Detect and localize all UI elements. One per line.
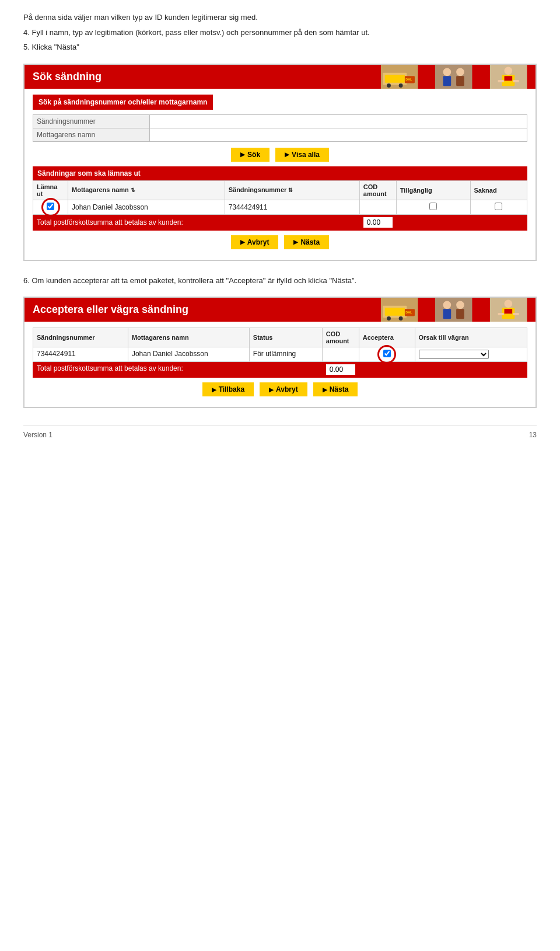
sort-arrows-snr: ⇅ bbox=[288, 188, 293, 194]
visa-alla-button[interactable]: Visa alla bbox=[275, 148, 329, 162]
acceptera-total-empty-1 bbox=[359, 362, 415, 378]
svg-rect-11 bbox=[456, 76, 464, 86]
sok-subheader: Sök på sändningsnummer och/eller mottaga… bbox=[33, 95, 213, 110]
acceptera-photo-1: DHL bbox=[372, 298, 426, 322]
svg-rect-27 bbox=[443, 309, 452, 319]
svg-point-28 bbox=[456, 301, 464, 309]
acceptera-checkbox-wrapper[interactable] bbox=[383, 350, 391, 359]
saknad-checkbox[interactable] bbox=[495, 203, 502, 210]
col-saknad-header: Saknad bbox=[470, 180, 527, 200]
tillbaka-button[interactable]: Tillbaka bbox=[202, 382, 254, 396]
acceptera-avbryt-button[interactable]: Avbryt bbox=[260, 382, 307, 396]
step6-text: 6. Om kunden accepterar att ta emot pake… bbox=[23, 275, 537, 287]
lamna-ut-checkbox-cell[interactable] bbox=[33, 200, 68, 214]
avbryt-button[interactable]: Avbryt bbox=[231, 235, 279, 249]
total-value: 0.00 bbox=[363, 217, 393, 228]
orsak-select[interactable] bbox=[419, 350, 489, 359]
svg-point-26 bbox=[443, 301, 452, 309]
nasta-button[interactable]: Nästa bbox=[284, 235, 329, 249]
acceptera-total-label: Total postförskottsumma att betalas av k… bbox=[33, 362, 323, 378]
col-sandningsnummer-header: Sändningsnummer ⇅ bbox=[225, 180, 359, 200]
svg-rect-17 bbox=[513, 79, 519, 82]
svg-text:DHL: DHL bbox=[405, 78, 412, 81]
result-tillganglig[interactable] bbox=[396, 200, 470, 214]
header-photo-3 bbox=[481, 65, 536, 89]
svg-point-10 bbox=[456, 68, 464, 76]
acc-col-mottagarens-namn: Mottagarens namn bbox=[128, 328, 249, 347]
sandningsnummer-value[interactable] bbox=[150, 114, 527, 128]
sandningsnummer-input[interactable] bbox=[153, 117, 523, 126]
acceptera-nasta-button[interactable]: Nästa bbox=[313, 382, 358, 396]
acc-acceptera-cell[interactable] bbox=[359, 347, 415, 362]
svg-rect-35 bbox=[513, 313, 519, 315]
acc-col-orsak: Orsak till vägran bbox=[415, 328, 527, 347]
results-header-row: Lämna ut Mottagarens namn ⇅ Sändningsnum… bbox=[33, 180, 527, 200]
svg-rect-16 bbox=[498, 79, 503, 82]
version-label: Version 1 bbox=[23, 431, 52, 439]
acceptera-data-row: 7344424911 Johan Daniel Jacobsson För ut… bbox=[33, 347, 527, 362]
search-btn-row: Sök Visa alla bbox=[33, 148, 527, 162]
result-cod bbox=[359, 200, 396, 214]
acc-cod bbox=[322, 347, 359, 362]
acceptera-title: Acceptera eller vägra sändning bbox=[33, 304, 188, 316]
result-saknad[interactable] bbox=[470, 200, 527, 214]
col-cod-amount-header: COD amount bbox=[359, 180, 396, 200]
acc-mottagarens-namn: Johan Daniel Jacobsson bbox=[128, 347, 249, 362]
acceptera-panel: Acceptera eller vägra sändning DHL bbox=[23, 297, 537, 408]
result-mottagarens-namn: Johan Daniel Jacobsson bbox=[68, 200, 225, 214]
sok-sandning-panel: Sök sändning DHL bbox=[23, 64, 537, 261]
intro-para1: På denna sida väljer man vilken typ av I… bbox=[23, 12, 537, 23]
col-tillganglig-header: Tillgänglig bbox=[396, 180, 470, 200]
svg-text:DHL: DHL bbox=[405, 311, 412, 314]
search-form-table: Sändningsnummer Mottagarens namn bbox=[33, 114, 527, 142]
total-empty-1 bbox=[396, 214, 470, 230]
col-lamna-ut-header: Lämna ut bbox=[33, 180, 68, 200]
acc-col-status: Status bbox=[249, 328, 322, 347]
sok-sandning-body: Sök på sändningsnummer och/eller mottaga… bbox=[24, 89, 536, 260]
mottagarens-namn-row: Mottagarens namn bbox=[33, 128, 527, 141]
header-photos: DHL bbox=[372, 65, 536, 89]
acceptera-header-row: Sändningsnummer Mottagarens namn Status … bbox=[33, 328, 527, 347]
acceptera-photo-2 bbox=[426, 298, 481, 322]
sandningsnummer-label: Sändningsnummer bbox=[33, 114, 150, 128]
svg-rect-9 bbox=[443, 76, 452, 86]
svg-rect-33 bbox=[504, 309, 512, 313]
svg-point-13 bbox=[504, 67, 512, 75]
acceptera-total-value-cell: 0.00 bbox=[322, 362, 359, 378]
tillganglig-checkbox[interactable] bbox=[429, 203, 437, 210]
acceptera-btn-row: Tillbaka Avbryt Nästa bbox=[33, 382, 527, 396]
step4-text: 4. Fyll i namn, typ av legitimation (kör… bbox=[23, 27, 537, 39]
acceptera-total-row: Total postförskottsumma att betalas av k… bbox=[33, 362, 527, 378]
acceptera-table: Sändningsnummer Mottagarens namn Status … bbox=[33, 328, 527, 378]
acceptera-header-photos: DHL bbox=[372, 298, 536, 322]
header-photo-2 bbox=[426, 65, 481, 89]
acc-col-sandningsnummer: Sändningsnummer bbox=[33, 328, 128, 347]
acc-col-cod-amount: COD amount bbox=[322, 328, 359, 347]
lamna-ut-checkbox-wrapper[interactable] bbox=[47, 203, 54, 212]
step5-text: 5. Klicka "Nästa" bbox=[23, 41, 537, 53]
svg-rect-7 bbox=[435, 65, 473, 89]
result-sandningsnummer: 7344424911 bbox=[225, 200, 359, 214]
mottagarens-namn-label: Mottagarens namn bbox=[33, 128, 150, 141]
acceptera-checkbox[interactable] bbox=[383, 350, 391, 357]
mottagarens-namn-value[interactable] bbox=[150, 128, 527, 141]
mottagarens-namn-input[interactable] bbox=[153, 131, 523, 139]
acceptera-body: Sändningsnummer Mottagarens namn Status … bbox=[24, 322, 536, 407]
svg-point-8 bbox=[443, 68, 452, 76]
total-row: Total postförskottsumma att betalas av k… bbox=[33, 214, 527, 230]
header-photo-1: DHL bbox=[372, 65, 426, 89]
sandningsnummer-row: Sändningsnummer bbox=[33, 114, 527, 128]
lamna-ut-checkbox[interactable] bbox=[47, 203, 54, 210]
svg-rect-25 bbox=[435, 298, 473, 322]
result-row: Johan Daniel Jacobsson 7344424911 bbox=[33, 200, 527, 214]
sok-sandning-header: Sök sändning DHL bbox=[24, 65, 536, 89]
svg-rect-29 bbox=[456, 309, 464, 319]
total-label: Total postförskottsumma att betalas av k… bbox=[33, 214, 360, 230]
acc-orsak-cell[interactable] bbox=[415, 347, 527, 362]
acceptera-total-empty-2 bbox=[415, 362, 527, 378]
total-value-cell: 0.00 bbox=[359, 214, 396, 230]
svg-rect-15 bbox=[504, 76, 512, 81]
acc-col-acceptera: Acceptera bbox=[359, 328, 415, 347]
svg-rect-2 bbox=[385, 75, 405, 83]
sok-button[interactable]: Sök bbox=[231, 148, 270, 162]
